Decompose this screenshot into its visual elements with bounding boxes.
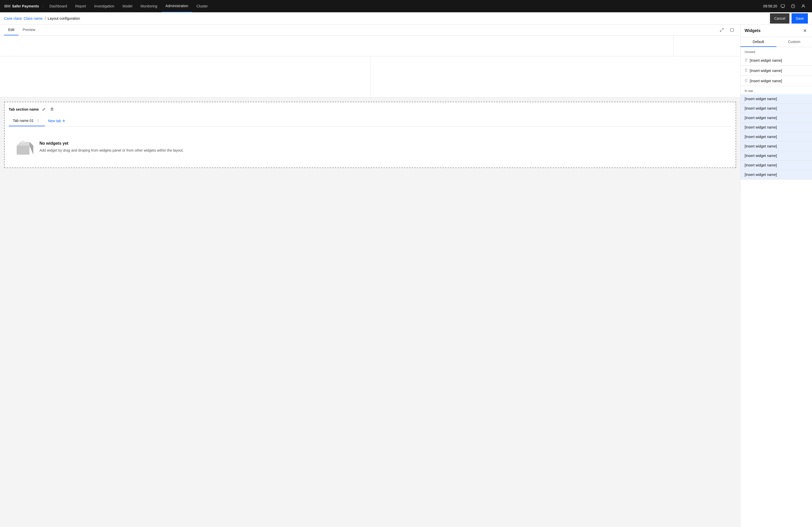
- section-tab-more-button[interactable]: ⋮: [35, 118, 41, 124]
- inuse-widget-4[interactable]: [Insert widget name]: [740, 123, 812, 132]
- inuse-widget-3-label: [Insert widget name]: [744, 116, 777, 120]
- display-icon-button[interactable]: [778, 2, 787, 11]
- breadcrumb-current: Layout configuration: [48, 16, 80, 20]
- edit-tab-list: Edit Preview: [4, 25, 40, 35]
- breadcrumb-actions: Cancel Save: [770, 13, 808, 24]
- svg-line-7: [720, 30, 722, 31]
- trash-icon: [50, 108, 54, 111]
- widgets-tab-default[interactable]: Default: [740, 37, 777, 47]
- user-icon-button[interactable]: [799, 2, 808, 11]
- edit-preview-tabs: Edit Preview: [0, 25, 740, 35]
- inuse-widget-6-label: [Insert widget name]: [744, 144, 777, 148]
- top-widget-left: [0, 35, 673, 56]
- cancel-button[interactable]: Cancel: [770, 13, 789, 24]
- breadcrumb-separator: /: [45, 16, 46, 20]
- nav-right: 09:58:20 ?: [763, 2, 808, 11]
- unused-widget-1[interactable]: ⠿ [Insert widget name]: [740, 55, 812, 65]
- inuse-widget-6[interactable]: [Insert widget name]: [740, 141, 812, 151]
- svg-point-19: [21, 140, 25, 143]
- svg-rect-0: [781, 5, 785, 7]
- middle-row: [0, 56, 740, 97]
- canvas-area: Tab section name: [0, 35, 740, 168]
- drag-handle-icon: ⠿: [744, 78, 748, 83]
- empty-state-title: No widgets yet: [40, 141, 184, 146]
- delete-section-button[interactable]: [49, 106, 55, 112]
- nav-items: Dashboard Report Investigation Model Mon…: [43, 0, 763, 12]
- fullscreen-icon: [730, 28, 734, 32]
- inuse-widget-7-label: [Insert widget name]: [744, 154, 777, 158]
- widgets-tab-custom[interactable]: Custom: [777, 37, 812, 47]
- save-button[interactable]: Save: [792, 13, 808, 24]
- inuse-widget-1[interactable]: [Insert widget name]: [740, 94, 812, 104]
- content-area: Edit Preview: [0, 25, 740, 527]
- nav-item-cluster[interactable]: Cluster: [192, 0, 212, 12]
- unused-widget-1-label: [Insert widget name]: [750, 58, 782, 62]
- edit-section-name-button[interactable]: [41, 106, 47, 112]
- nav-item-investigation[interactable]: Investigation: [90, 0, 118, 12]
- inuse-widget-5[interactable]: [Insert widget name]: [740, 132, 812, 141]
- unused-section-label: Unused: [740, 47, 812, 55]
- inuse-widget-4-label: [Insert widget name]: [744, 125, 777, 129]
- ibm-label: IBM: [4, 4, 11, 8]
- section-tab-01[interactable]: Tab name 01 ⋮: [9, 116, 45, 126]
- svg-rect-8: [730, 28, 734, 31]
- widgets-panel: Widgets ✕ Default Custom Unused ⠿ [Inser…: [740, 25, 812, 527]
- unused-widget-3[interactable]: ⠿ [Insert widget name]: [740, 76, 812, 86]
- unused-widget-2[interactable]: ⠿ [Insert widget name]: [740, 65, 812, 76]
- svg-line-6: [722, 28, 723, 30]
- empty-state: No widgets yet Add widget by drag and dr…: [9, 131, 731, 163]
- inuse-widget-8[interactable]: [Insert widget name]: [740, 161, 812, 170]
- nav-item-monitoring[interactable]: Monitoring: [136, 0, 161, 12]
- nav-item-administration[interactable]: Administration: [161, 0, 192, 12]
- top-navigation: IBM Safer Payments Dashboard Report Inve…: [0, 0, 812, 12]
- add-icon: [62, 119, 66, 123]
- expand-icon-button[interactable]: [718, 26, 726, 34]
- help-icon: ?: [791, 4, 795, 8]
- product-label: Safer Payments: [12, 4, 39, 8]
- tab-edit[interactable]: Edit: [4, 25, 18, 35]
- nav-item-report[interactable]: Report: [71, 0, 90, 12]
- tab-section-name: Tab section name: [9, 107, 39, 111]
- widgets-body: Unused ⠿ [Insert widget name] ⠿ [Insert …: [740, 47, 812, 527]
- inuse-widget-7[interactable]: [Insert widget name]: [740, 151, 812, 161]
- middle-widget-left: [0, 56, 371, 97]
- breadcrumb-bar: Case class: Class name / Layout configur…: [0, 12, 812, 25]
- tab-section-header: Tab section name: [9, 106, 731, 112]
- edit-tab-icons: [718, 26, 736, 34]
- breadcrumb-link[interactable]: Case class: Class name: [4, 16, 43, 20]
- user-icon: [801, 4, 805, 8]
- inuse-widget-9[interactable]: [Insert widget name]: [740, 170, 812, 180]
- nav-item-dashboard[interactable]: Dashboard: [45, 0, 71, 12]
- tab-preview[interactable]: Preview: [18, 25, 40, 35]
- unused-widget-3-label: [Insert widget name]: [750, 79, 782, 83]
- widgets-title: Widgets: [744, 28, 760, 33]
- breadcrumb: Case class: Class name / Layout configur…: [4, 16, 80, 20]
- inuse-widget-2-label: [Insert widget name]: [744, 106, 777, 110]
- inuse-widget-9-label: [Insert widget name]: [744, 172, 777, 177]
- section-tabs: Tab name 01 ⋮ New tab: [9, 116, 731, 126]
- empty-state-text: No widgets yet Add widget by drag and dr…: [40, 141, 184, 153]
- svg-rect-9: [51, 108, 53, 111]
- top-row: [0, 35, 740, 56]
- edit-icon: [42, 108, 46, 111]
- brand-logo: IBM Safer Payments: [4, 4, 43, 8]
- svg-point-5: [802, 5, 804, 6]
- nav-item-model[interactable]: Model: [118, 0, 136, 12]
- new-tab-label: New tab: [48, 119, 61, 123]
- clock-display: 09:58:20: [763, 4, 778, 8]
- inuse-section-label: In use: [740, 86, 812, 94]
- inuse-widget-2[interactable]: [Insert widget name]: [740, 104, 812, 113]
- top-widget-right: [673, 35, 740, 56]
- drag-handle-icon: ⠿: [744, 58, 748, 63]
- drag-handle-icon: ⠿: [744, 68, 748, 73]
- tab-section: Tab section name: [4, 102, 736, 168]
- inuse-widget-5-label: [Insert widget name]: [744, 135, 777, 139]
- expand-icon: [720, 28, 724, 32]
- inuse-widget-3[interactable]: [Insert widget name]: [740, 113, 812, 123]
- close-widgets-panel-button[interactable]: ✕: [802, 28, 808, 34]
- fullscreen-icon-button[interactable]: [728, 26, 736, 34]
- inuse-widget-1-label: [Insert widget name]: [744, 97, 777, 101]
- middle-widget-right: [371, 56, 740, 97]
- help-icon-button[interactable]: ?: [788, 2, 798, 11]
- new-tab-button[interactable]: New tab: [45, 117, 69, 125]
